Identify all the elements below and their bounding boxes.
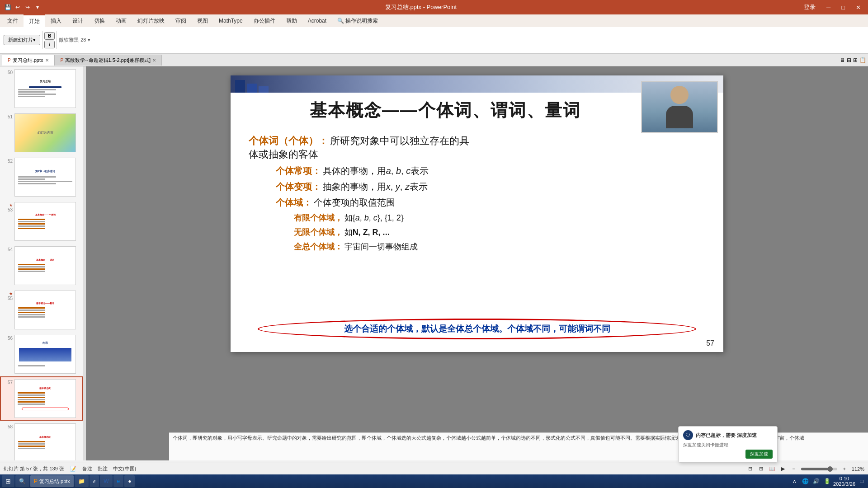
slide-item-56[interactable]: 56 内容 (0, 332, 83, 376)
text-infinite-domain: 如N, Z, R, ... (344, 228, 390, 237)
slide-canvas[interactable]: 基本概念——个体词、谓词、量词 个体词（个体）： 所研究对象中可以独立存在的具 … (231, 75, 723, 352)
lang-indicator: 中文(中国) (113, 465, 136, 472)
slide-item-52[interactable]: 52 第2章 · 初步理论 (0, 155, 83, 199)
slide-sorter-btn[interactable]: ⊞ (853, 57, 858, 63)
presentation-view-btn[interactable]: 🖥 (840, 57, 845, 63)
tab-view[interactable]: 视图 (192, 14, 213, 27)
person-silhouette (666, 86, 693, 128)
comment-label[interactable]: 备注 (82, 465, 92, 472)
slide-thumb-58: 基本概念(3) (14, 423, 76, 460)
tray-network[interactable]: 🌐 (801, 477, 810, 486)
slide-panel[interactable]: 50 复习总结 51 幻灯片内容 (0, 66, 83, 460)
login-button[interactable]: 登录 (800, 2, 819, 12)
text-individual-domain: 个体变项的取值范围 (314, 197, 395, 207)
file-tab-close-secondary[interactable]: ✕ (152, 58, 156, 63)
tab-review[interactable]: 审阅 (170, 14, 192, 27)
normal-view-btn[interactable]: ⊟ (847, 57, 851, 63)
file-tab-active[interactable]: P 复习总结.pptx ✕ (2, 55, 55, 66)
notification-desc: 深度加速关闭卡慢进程 (683, 442, 773, 448)
tab-acrobat[interactable]: Acrobat (302, 14, 332, 27)
notes-view-btn[interactable]: 📋 (859, 57, 866, 63)
ribbon-content: 新建幻灯片▾ B I 微软雅黑 28 ▾ (0, 27, 868, 53)
slide-item-51[interactable]: 51 幻灯片内容 (0, 111, 83, 155)
slide-item-50[interactable]: 50 复习总结 (0, 66, 83, 111)
start-button[interactable]: ⊞ (2, 475, 14, 487)
close-button[interactable]: ✕ (852, 3, 864, 12)
label-universal-domain: 全总个体域： (294, 242, 343, 251)
customize-quick-icon[interactable]: ▾ (33, 3, 42, 11)
zoom-slider[interactable] (801, 468, 837, 470)
zoom-in-icon[interactable]: ＋ (841, 465, 848, 473)
tray-battery[interactable]: 🔋 (822, 477, 831, 486)
slide-item-54[interactable]: 54 基本概念——谓词 (0, 244, 83, 288)
taskbar-chrome[interactable]: ● (124, 475, 135, 487)
tab-file[interactable]: 文件 (2, 14, 24, 27)
reading-view-status[interactable]: 📖 (769, 465, 776, 473)
section-individual-variable: 个体变项： 抽象的事物，用x, y, z表示 (249, 181, 710, 193)
slide-thumb-53: 基本概念——个体词 (14, 202, 76, 241)
label-finite-domain: 有限个体域， (294, 213, 343, 222)
person-body (666, 106, 693, 128)
person-head (670, 86, 689, 104)
zoom-out-icon[interactable]: － (790, 465, 797, 473)
file-tab-secondary[interactable]: P 离散数学--命题逻辑1.5-2.ppt[兼容模式] ✕ (55, 55, 162, 66)
label-individual-constant: 个体常项： (276, 166, 321, 176)
slide-item-58[interactable]: 58 基本概念(3) (0, 421, 83, 460)
taskbar-files[interactable]: 📁 (75, 475, 89, 487)
save-quick-icon[interactable]: 💾 (4, 3, 12, 11)
maximize-button[interactable]: □ (838, 3, 849, 12)
label-infinite-domain: 无限个体域， (294, 228, 343, 237)
text-universal-domain: 宇宙间一切事物组成 (344, 242, 418, 251)
slide-num-51: 51 (4, 113, 13, 119)
slide-num-50: 50 (4, 69, 13, 75)
zoom-level[interactable]: 112% (852, 466, 864, 472)
font-name: 微软雅黑 (59, 37, 79, 43)
slide-item-53[interactable]: 53 基本概念——个体词 (0, 199, 83, 244)
tab-help[interactable]: 帮助 (281, 14, 302, 27)
text-finite-domain: 如{a, b, c}, {1, 2} (344, 213, 404, 222)
ribbon-tabs: 文件 开始 插入 设计 切换 动画 幻灯片放映 审阅 视图 MathType 办… (0, 14, 868, 27)
notification-popup: 🛡 内存已超标，需要 深度加速 深度加速关闭卡慢进程 深度加速 (678, 426, 778, 463)
taskbar-ppt[interactable]: P 复习总结.pptx (30, 475, 74, 487)
taskbar-edge[interactable]: e (113, 475, 124, 487)
tab-home[interactable]: 开始 (24, 14, 45, 27)
new-slide-btn[interactable]: 新建幻灯片▾ (4, 35, 40, 45)
search-button[interactable]: 🔍 (15, 475, 29, 487)
undo-quick-icon[interactable]: ↩ (14, 3, 22, 11)
highlight-text: 选个合适的个体域，默认是全体总个体域。个体域不同，可能谓词不同 (344, 323, 610, 335)
notification-icon: 🛡 (683, 430, 693, 440)
slide-item-55[interactable]: 55 基本概念——量词 (0, 288, 83, 332)
file-tab-close-active[interactable]: ✕ (45, 58, 49, 63)
header-block-3 (259, 86, 269, 93)
tray-arrow[interactable]: ∧ (790, 477, 799, 486)
slide-thumb-52: 第2章 · 初步理论 (14, 158, 76, 197)
tray-volume[interactable]: 🔊 (811, 477, 821, 486)
slide-num-54: 54 (4, 246, 13, 252)
highlight-box: 选个合适的个体域，默认是全体总个体域。个体域不同，可能谓词不同 (258, 319, 696, 339)
show-desktop[interactable]: □ (857, 477, 866, 486)
tab-slideshow[interactable]: 幻灯片放映 (132, 14, 170, 27)
notes-toggle[interactable]: 📝 (70, 465, 77, 473)
title-bar-left: 💾 ↩ ↪ ▾ (4, 3, 42, 11)
tab-design[interactable]: 设计 (67, 14, 89, 27)
slideshow-status[interactable]: ▶ (779, 465, 787, 473)
taskbar-word[interactable]: W (100, 475, 112, 487)
italic-btn[interactable]: I (44, 41, 55, 48)
normal-view-status[interactable]: ⊟ (747, 465, 754, 473)
slide-item-57[interactable]: 57 基本概念(2) (0, 376, 83, 421)
notification-action-button[interactable]: 深度加速 (745, 450, 773, 459)
tab-insert[interactable]: 插入 (45, 14, 67, 27)
slide-sorter-status[interactable]: ⊞ (758, 465, 765, 473)
clock[interactable]: 0:10 2020/3/26 (833, 476, 855, 487)
tab-transitions[interactable]: 切换 (89, 14, 110, 27)
taskbar-ie[interactable]: e (90, 475, 99, 487)
tab-animations[interactable]: 动画 (110, 14, 132, 27)
tab-office-plugins[interactable]: 办公插件 (248, 14, 281, 27)
annotation-label[interactable]: 批注 (98, 465, 108, 472)
status-right: ⊟ ⊞ 📖 ▶ － ＋ 112% (747, 465, 864, 473)
redo-quick-icon[interactable]: ↪ (24, 3, 32, 11)
bold-btn[interactable]: B (44, 32, 55, 40)
minimize-button[interactable]: ─ (823, 3, 834, 12)
tab-search[interactable]: 🔍 操作说明搜索 (332, 14, 383, 27)
tab-mathtype[interactable]: MathType (213, 14, 248, 27)
